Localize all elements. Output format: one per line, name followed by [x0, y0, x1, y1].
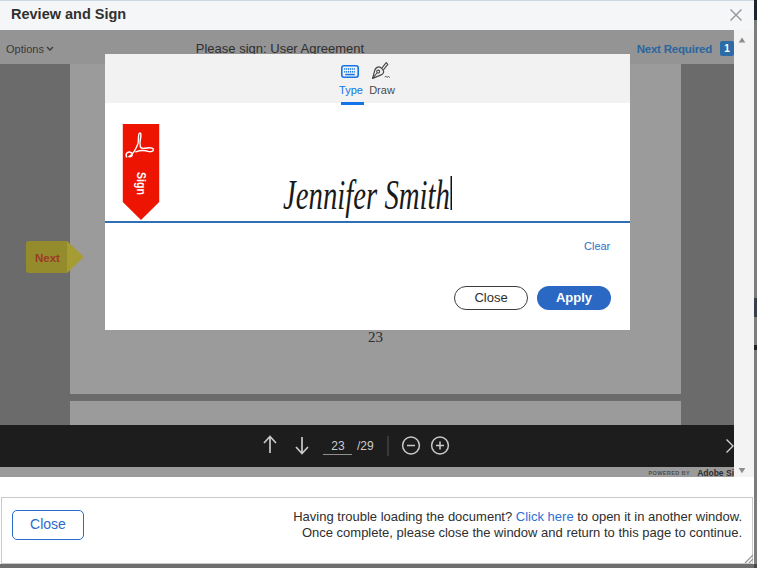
- svg-text:/29: /29: [357, 439, 374, 453]
- svg-text:Jennifer Smith: Jennifer Smith: [283, 172, 450, 218]
- svg-text:23: 23: [331, 439, 345, 453]
- svg-text:Next: Next: [35, 252, 60, 264]
